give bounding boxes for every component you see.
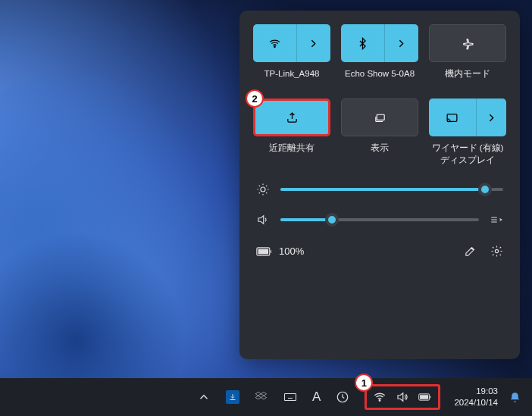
project-label: 表示: [371, 142, 389, 165]
quick-settings-panel: TP-Link_A948 Echo Show 5-0A8 機内モード 2 近距離…: [239, 11, 520, 359]
clock-icon[interactable]: [336, 390, 349, 404]
wifi-tile[interactable]: [253, 24, 330, 62]
airplane-icon: [462, 37, 474, 50]
ime-icon[interactable]: A: [312, 389, 321, 405]
download-icon[interactable]: [226, 390, 239, 404]
taskbar: A 1 19:03 2024/10/14: [0, 378, 532, 416]
svg-point-0: [274, 46, 275, 47]
volume-icon: [256, 213, 270, 227]
brightness-row: [253, 183, 506, 196]
tray-chevron-icon[interactable]: [197, 390, 211, 404]
svg-point-6: [495, 249, 498, 252]
tiles-grid: TP-Link_A948 Echo Show 5-0A8 機内モード 2 近距離…: [253, 24, 506, 166]
chevron-right-icon: [307, 37, 320, 50]
svg-rect-1: [377, 114, 384, 120]
bluetooth-label: Echo Show 5-0A8: [345, 68, 415, 91]
volume-slider[interactable]: [280, 218, 479, 221]
clock-area[interactable]: 19:03 2024/10/14: [454, 386, 498, 408]
volume-tray-icon: [396, 390, 409, 404]
clock-time: 19:03: [454, 386, 498, 397]
annotation-badge-1: 1: [355, 374, 373, 392]
brightness-slider[interactable]: [280, 188, 503, 191]
system-tray[interactable]: 1: [365, 384, 440, 410]
svg-rect-11: [421, 395, 429, 399]
share-icon: [286, 111, 299, 124]
tray-area: A 1: [197, 384, 440, 410]
svg-point-3: [261, 187, 265, 192]
annotation-badge-2: 2: [246, 89, 264, 108]
chevron-right-icon: [485, 111, 498, 124]
brightness-icon: [256, 183, 270, 196]
edit-icon[interactable]: [464, 245, 477, 258]
keyboard-icon[interactable]: [283, 390, 297, 404]
project-tile[interactable]: [341, 99, 418, 136]
dropbox-icon[interactable]: [255, 390, 268, 404]
nearby-share-label: 近距離共有: [269, 142, 315, 165]
volume-output-icon[interactable]: [490, 213, 503, 227]
svg-rect-7: [285, 394, 296, 401]
bluetooth-icon: [356, 37, 369, 50]
volume-row: [253, 213, 506, 227]
battery-icon: [256, 246, 273, 258]
bluetooth-tile[interactable]: [341, 24, 418, 62]
airplane-label: 機内モード: [445, 68, 490, 91]
wifi-tray-icon: [373, 390, 386, 404]
battery-status[interactable]: 100%: [256, 246, 304, 258]
settings-icon[interactable]: [490, 245, 503, 258]
clock-date: 2024/10/14: [454, 397, 498, 408]
wifi-icon: [268, 37, 281, 50]
nearby-share-tile[interactable]: [253, 99, 330, 136]
cast-tile[interactable]: [429, 99, 506, 136]
notification-bell-icon[interactable]: [509, 391, 521, 404]
chevron-right-icon: [395, 37, 408, 50]
svg-rect-2: [448, 114, 458, 121]
cast-label: ワイヤード (有線) ディスプレイ: [432, 142, 504, 166]
svg-point-9: [380, 400, 381, 402]
svg-rect-5: [258, 249, 269, 254]
battery-percent: 100%: [279, 246, 304, 257]
cast-icon: [446, 111, 458, 124]
battery-tray-icon: [418, 390, 432, 404]
project-icon: [374, 111, 386, 124]
panel-footer: 100%: [253, 245, 506, 258]
wifi-label: TP-Link_A948: [264, 68, 320, 91]
airplane-tile[interactable]: [429, 24, 506, 62]
